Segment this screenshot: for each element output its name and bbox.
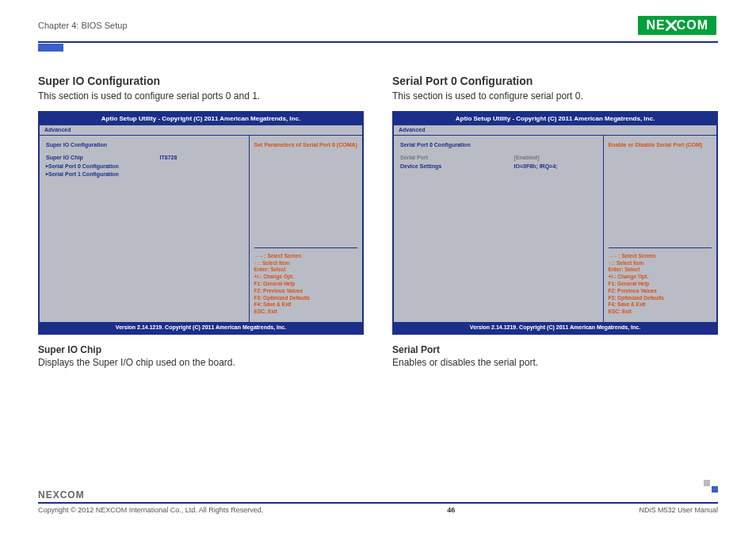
- nav-hint: F1: General Help: [254, 281, 357, 287]
- page-header: Chapter 4: BIOS Setup NECOM: [0, 0, 756, 41]
- bios-footer: Version 2.14.1219. Copyright (C) 2011 Am…: [40, 322, 362, 333]
- content-columns: Super IO Configuration This section is u…: [0, 43, 756, 368]
- bios-row[interactable]: Serial Port [Enabled]: [400, 155, 597, 161]
- footer-row: Copyright © 2012 NEXCOM International Co…: [38, 506, 718, 514]
- nav-hint: Enter: Select: [254, 266, 357, 273]
- nav-hint: F4: Save & Exit: [254, 301, 357, 308]
- bios-link[interactable]: Serial Port 0 Configuration: [48, 163, 162, 170]
- bios-row: Super IO Chip IT8728: [46, 155, 242, 161]
- bios-heading: Super IO Configuration: [46, 142, 160, 148]
- footer-decoration: [704, 480, 718, 486]
- footer-logo: NEXCOM: [38, 489, 718, 500]
- nav-hint: F4: Save & Exit: [609, 301, 712, 308]
- left-desc: This section is used to configure serial…: [38, 90, 364, 102]
- bios-help-text: Enable or Disable Serial Port (COM): [609, 142, 712, 247]
- bios-main-panel: Super IO Configuration Super IO Chip IT8…: [40, 136, 250, 322]
- bios-titlebar: Aptio Setup Utility - Copyright (C) 2011…: [40, 113, 362, 125]
- bios-window-right: Aptio Setup Utility - Copyright (C) 2011…: [392, 111, 718, 335]
- bios-tab-advanced[interactable]: Advanced: [44, 127, 71, 132]
- copyright-text: Copyright © 2012 NEXCOM International Co…: [38, 506, 263, 514]
- bios-window-left: Aptio Setup Utility - Copyright (C) 2011…: [38, 111, 364, 335]
- bios-tab-advanced[interactable]: Advanced: [399, 127, 425, 132]
- bios-row: Device Settings IO=3F8h; IRQ=4;: [400, 163, 597, 170]
- nav-hint: →←: Select Screen: [254, 253, 357, 259]
- right-subhead: Serial Port: [392, 344, 718, 355]
- bios-key: Serial Port: [400, 155, 514, 161]
- left-subdesc: Displays the Super I/O chip used on the …: [38, 357, 364, 368]
- nav-hint: F2: Previous Values: [609, 288, 712, 294]
- bios-value: IT8728: [160, 155, 242, 161]
- nav-hint: ↑↓: Select Item: [609, 260, 712, 266]
- bios-body: Super IO Configuration Super IO Chip IT8…: [40, 136, 362, 322]
- corner-decoration: [38, 44, 63, 52]
- bios-body: Serial Port 0 Configuration Serial Port …: [394, 136, 716, 322]
- nav-hint: ↑↓: Select Item: [254, 260, 357, 266]
- bios-footer: Version 2.14.1219. Copyright (C) 2011 Am…: [394, 322, 716, 333]
- bios-heading: Serial Port 0 Configuration: [400, 142, 514, 148]
- bios-main-panel: Serial Port 0 Configuration Serial Port …: [394, 136, 604, 322]
- bios-link-row[interactable]: Serial Port 0 Configuration: [46, 163, 242, 170]
- left-title: Super IO Configuration: [38, 75, 364, 87]
- nav-hint: F1: General Help: [609, 281, 712, 287]
- bios-link-row[interactable]: Serial Port 1 Configuration: [46, 171, 242, 178]
- nav-hint: F2: Previous Values: [254, 288, 357, 294]
- manual-name: NDiS M532 User Manual: [639, 506, 718, 514]
- bios-titlebar: Aptio Setup Utility - Copyright (C) 2011…: [394, 113, 716, 125]
- bios-key: Super IO Chip: [46, 155, 160, 161]
- bios-nav-hints: →←: Select Screen ↑↓: Select Item Enter:…: [254, 247, 357, 316]
- brand-logo: NECOM: [636, 14, 718, 36]
- bios-tabrow: Advanced: [40, 125, 362, 136]
- left-column: Super IO Configuration This section is u…: [38, 75, 364, 368]
- nav-hint: F3: Optimized Defaults: [609, 295, 712, 301]
- page-footer: NEXCOM Copyright © 2012 NEXCOM Internati…: [38, 489, 718, 514]
- right-desc: This section is used to configure serial…: [392, 90, 718, 102]
- bios-nav-hints: →←: Select Screen ↑↓: Select Item Enter:…: [609, 247, 712, 316]
- bios-value: IO=3F8h; IRQ=4;: [514, 163, 597, 170]
- bios-tabrow: Advanced: [394, 125, 716, 136]
- nav-hint: →←: Select Screen: [609, 253, 712, 259]
- right-column: Serial Port 0 Configuration This section…: [392, 75, 718, 368]
- nav-hint: ESC: Exit: [609, 309, 712, 315]
- bios-value: [Enabled]: [514, 155, 597, 161]
- bios-side-panel: Enable or Disable Serial Port (COM) →←: …: [604, 136, 716, 322]
- bios-side-panel: Set Parameters of Serial Port 0 (COMA) →…: [250, 136, 362, 322]
- bios-help-text: Set Parameters of Serial Port 0 (COMA): [254, 142, 357, 247]
- nav-hint: ESC: Exit: [254, 309, 357, 315]
- nav-hint: +/-: Change Opt.: [254, 274, 357, 280]
- footer-rule: [38, 502, 718, 504]
- nav-hint: F3: Optimized Defaults: [254, 295, 357, 301]
- nav-hint: Enter: Select: [609, 266, 712, 273]
- right-subdesc: Enables or disables the serial port.: [392, 357, 718, 368]
- page-number: 46: [447, 506, 455, 514]
- nav-hint: +/-: Change Opt.: [609, 274, 712, 280]
- right-title: Serial Port 0 Configuration: [392, 75, 718, 87]
- bios-link[interactable]: Serial Port 1 Configuration: [48, 171, 162, 178]
- left-subhead: Super IO Chip: [38, 344, 364, 355]
- chapter-label: Chapter 4: BIOS Setup: [38, 21, 128, 30]
- bios-key: Device Settings: [400, 163, 514, 170]
